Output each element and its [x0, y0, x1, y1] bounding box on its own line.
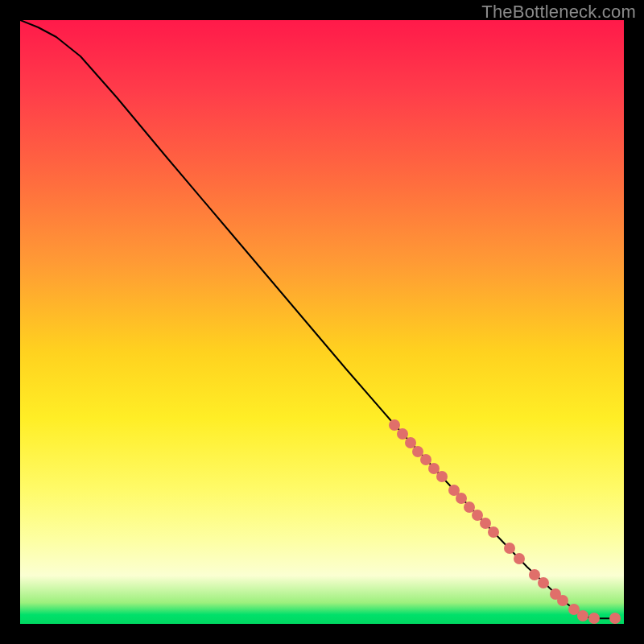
chart-stage: TheBottleneck.com	[0, 0, 644, 644]
data-point	[609, 613, 621, 624]
data-point	[557, 595, 568, 606]
data-point	[504, 543, 515, 554]
data-point	[514, 553, 525, 564]
data-point	[488, 526, 499, 538]
data-point	[480, 518, 491, 529]
data-point	[577, 610, 588, 621]
data-point-layer	[20, 20, 624, 624]
data-point	[588, 613, 600, 624]
data-point	[538, 577, 549, 588]
data-point	[436, 471, 448, 482]
plot-area	[20, 20, 624, 624]
